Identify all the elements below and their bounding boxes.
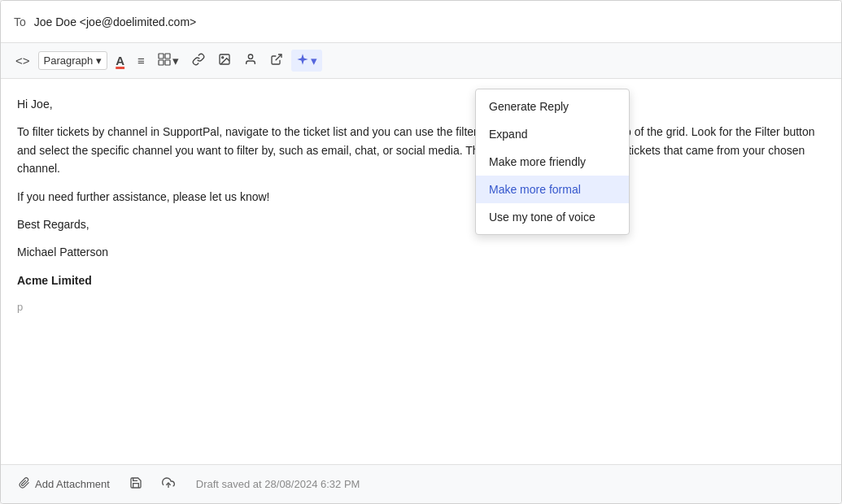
draft-status: Draft saved at 28/08/2024 6:32 PM xyxy=(196,478,360,490)
paragraph-select[interactable]: Paragraph ▾ xyxy=(38,51,108,70)
dropdown-item-generate-reply[interactable]: Generate Reply xyxy=(476,93,629,120)
dropdown-item-expand[interactable]: Expand xyxy=(476,120,629,148)
image-icon xyxy=(218,53,231,68)
link-button[interactable] xyxy=(187,50,210,72)
add-attachment-label: Add Attachment xyxy=(35,478,110,490)
save-button[interactable] xyxy=(124,473,147,495)
regards-line: Best Regards, xyxy=(17,215,825,233)
upload-button[interactable] xyxy=(157,473,180,495)
external-link-icon xyxy=(270,53,283,68)
svg-rect-0 xyxy=(159,54,164,59)
dropdown-item-make-friendly[interactable]: Make more friendly xyxy=(476,148,629,176)
dropdown-item-make-formal[interactable]: Make more formal xyxy=(476,176,629,203)
table-chevron-icon: ▾ xyxy=(172,54,179,68)
list-icon: ≡ xyxy=(137,54,145,67)
code-icon: <> xyxy=(15,54,30,67)
svg-rect-3 xyxy=(165,60,170,65)
paragraph-label: Paragraph xyxy=(44,54,94,67)
company-name: Acme Limited xyxy=(17,274,92,287)
to-label: To xyxy=(14,15,26,28)
placeholder-line: p xyxy=(17,299,825,316)
svg-line-7 xyxy=(276,54,281,60)
to-field: To Joe Doe <joe@doelimited.com> xyxy=(1,1,841,43)
code-view-button[interactable]: <> xyxy=(11,50,35,71)
external-link-button[interactable] xyxy=(265,50,288,72)
company-line: Acme Limited xyxy=(17,272,825,289)
paperclip-icon xyxy=(19,477,30,491)
svg-point-6 xyxy=(248,54,252,59)
chevron-down-icon: ▾ xyxy=(96,54,102,67)
to-recipient: Joe Doe <joe@doelimited.com> xyxy=(34,15,196,28)
footer-bar: Add Attachment Draft saved at 28/08/2024 xyxy=(1,464,841,503)
profile-icon xyxy=(244,53,257,68)
ai-dropdown-menu: Generate Reply Expand Make more friendly… xyxy=(475,89,630,235)
name-line: Michael Patterson xyxy=(17,243,825,261)
table-icon xyxy=(158,53,171,68)
add-attachment-button[interactable]: Add Attachment xyxy=(14,474,115,494)
svg-point-5 xyxy=(222,57,224,59)
greeting-line: Hi Joe, xyxy=(17,95,825,113)
list-button[interactable]: ≡ xyxy=(133,50,150,71)
table-button[interactable]: ▾ xyxy=(153,50,184,72)
link-icon xyxy=(192,53,205,68)
editor-body[interactable]: Hi Joe, To filter tickets by channel in … xyxy=(1,79,841,464)
body-paragraph: To filter tickets by channel in SupportP… xyxy=(17,123,825,177)
dropdown-item-use-tone[interactable]: Use my tone of voice xyxy=(476,203,629,231)
save-icon xyxy=(129,476,142,492)
svg-rect-2 xyxy=(159,60,164,65)
profile-button[interactable] xyxy=(239,50,262,72)
assistance-line: If you need further assistance, please l… xyxy=(17,188,825,206)
ai-sparkle-icon xyxy=(296,53,309,68)
upload-icon xyxy=(162,476,175,492)
svg-rect-1 xyxy=(165,54,170,59)
font-color-icon: A xyxy=(116,54,124,67)
ai-button[interactable]: ▾ xyxy=(291,50,322,72)
email-composer: To Joe Doe <joe@doelimited.com> <> Parag… xyxy=(0,0,842,504)
image-button[interactable] xyxy=(213,50,236,72)
ai-chevron-icon: ▾ xyxy=(311,54,317,68)
font-color-button[interactable]: A xyxy=(111,50,129,71)
editor-toolbar: <> Paragraph ▾ A ≡ ▾ xyxy=(1,43,841,79)
